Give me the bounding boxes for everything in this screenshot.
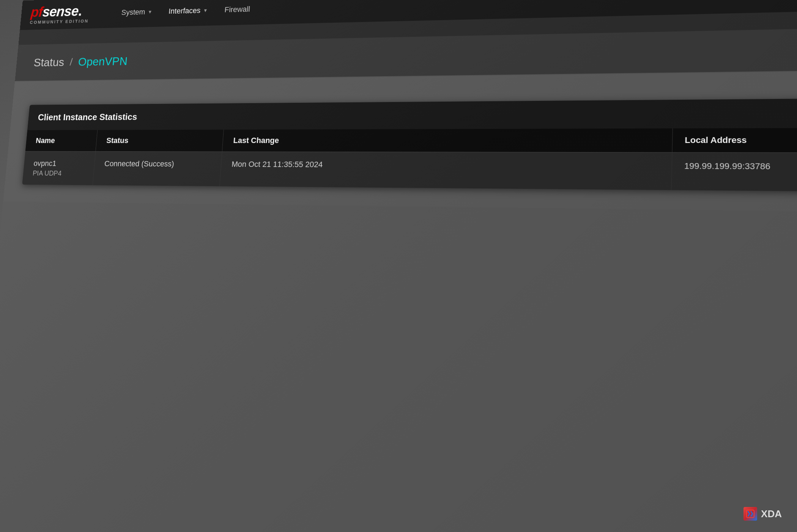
col-header-status: Status: [96, 130, 224, 152]
logo-subtitle: COMMUNITY EDITION: [30, 18, 89, 25]
cell-name-secondary: PIA UDP4: [32, 169, 84, 177]
col-header-last-change: Last Change: [222, 129, 673, 152]
nav-system[interactable]: System ▼: [121, 8, 153, 17]
client-instance-table: Client Instance Statistics Name Status L…: [22, 99, 797, 191]
xda-icon: [743, 507, 757, 521]
content-area: Client Instance Statistics Name Status L…: [3, 71, 797, 212]
logo-pf: pf: [30, 4, 43, 20]
breadcrumb-separator: /: [69, 56, 73, 67]
breadcrumb-parent: Status: [33, 56, 65, 69]
nav-firewall[interactable]: Firewall: [224, 5, 250, 14]
cell-last-change: Mon Oct 21 11:35:55 2024: [220, 152, 673, 190]
nav-system-label: System: [121, 8, 145, 17]
cell-name: ovpnc1 PIA UDP4: [22, 152, 96, 185]
nav-firewall-label: Firewall: [224, 5, 250, 14]
nav-interfaces-label: Interfaces: [168, 6, 201, 16]
table-row: ovpnc1 PIA UDP4 Connected (Success) Mon …: [22, 151, 797, 191]
cell-local-address: 199.99.199.99:33786: [672, 152, 797, 191]
breadcrumb: Status / OpenVPN: [33, 42, 797, 69]
table-title-row: Client Instance Statistics: [27, 99, 797, 130]
nav-interfaces[interactable]: Interfaces ▼: [168, 6, 208, 16]
logo-area: pfsense. COMMUNITY EDITION: [30, 4, 90, 25]
breadcrumb-current: OpenVPN: [78, 55, 128, 69]
table-title: Client Instance Statistics: [38, 111, 138, 122]
logo-sense: sense: [42, 3, 79, 19]
cell-status: Connected (Success): [93, 152, 222, 186]
xda-label: XDA: [761, 508, 782, 520]
cell-name-primary: ovpnc1: [33, 159, 85, 168]
nav-interfaces-arrow: ▼: [203, 8, 208, 13]
table-header: Name Status Last Change Local Address: [25, 128, 797, 152]
nav-items: System ▼ Interfaces ▼ Firewall: [121, 5, 250, 17]
xda-watermark: XDA: [743, 507, 782, 521]
col-header-local-address: Local Address: [673, 128, 797, 152]
cell-name-group: ovpnc1 PIA UDP4: [32, 159, 85, 177]
nav-system-arrow: ▼: [148, 9, 153, 15]
logo: pfsense.: [30, 4, 90, 19]
col-header-name: Name: [25, 130, 98, 151]
